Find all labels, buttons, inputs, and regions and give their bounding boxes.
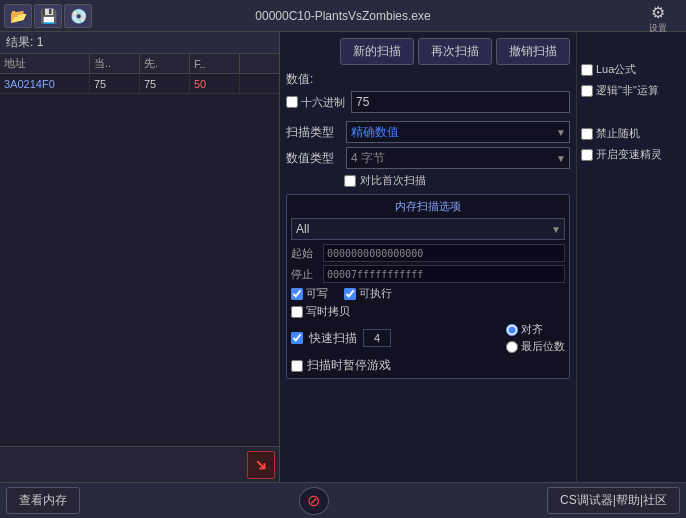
align-radio-row: 对齐 <box>506 322 565 337</box>
fast-scan-checkbox[interactable] <box>291 332 303 344</box>
stop-button[interactable]: ⊘ <box>299 487 329 515</box>
arrow-icon: ➜ <box>250 453 273 476</box>
main-content: 结果: 1 地址 当.. 先. F.. 3A0214F0 75 75 50 ➜ <box>0 32 686 482</box>
compare-row: 对比首次扫描 <box>280 173 576 188</box>
lua-label: Lua公式 <box>596 62 636 77</box>
fast-scan-label: 快速扫描 <box>309 330 357 347</box>
table-row[interactable]: 3A0214F0 75 75 50 <box>0 74 279 94</box>
stop-icon: ⊘ <box>307 491 320 510</box>
copy-on-write-row: 写时拷贝 <box>291 304 565 319</box>
writable-checkbox[interactable] <box>291 288 303 300</box>
value-type-select-wrapper: 4 字节 ▼ <box>346 147 570 169</box>
align-radio-group: 对齐 最后位数 <box>506 322 565 354</box>
mem-all-select[interactable]: All <box>291 218 565 240</box>
left-panel: 结果: 1 地址 当.. 先. F.. 3A0214F0 75 75 50 ➜ <box>0 32 280 482</box>
scan-buttons: 新的扫描 再次扫描 撤销扫描 <box>280 32 576 69</box>
wizard-row: 开启变速精灵 <box>581 147 682 162</box>
no-random-checkbox[interactable] <box>581 128 593 140</box>
mem-perms-row: 可写 可执行 <box>291 286 565 301</box>
settings-button[interactable]: ⚙ 设置 <box>634 3 682 35</box>
executable-label: 可执行 <box>359 286 392 301</box>
mem-select-arrow: ▼ <box>551 224 561 235</box>
cancel-scan-button[interactable]: 撤销扫描 <box>496 38 570 65</box>
new-scan-button[interactable]: 新的扫描 <box>340 38 414 65</box>
value-section: 数值: 十六进制 <box>280 69 576 121</box>
no-random-label: 禁止随机 <box>596 126 640 141</box>
lua-checkbox[interactable] <box>581 64 593 76</box>
hex-checkbox[interactable] <box>286 96 298 108</box>
value-type-select[interactable]: 4 字节 <box>346 147 570 169</box>
mem-start-row: 起始 <box>291 244 565 262</box>
fast-scan-input[interactable] <box>363 329 391 347</box>
fast-scan-row: 快速扫描 对齐 最后位数 <box>291 322 565 354</box>
mem-start-input[interactable] <box>323 244 565 262</box>
compare-first-checkbox[interactable] <box>344 175 356 187</box>
last-digit-label: 最后位数 <box>521 339 565 354</box>
hex-checkbox-row: 十六进制 <box>286 95 345 110</box>
no-random-row: 禁止随机 <box>581 126 682 141</box>
writable-row: 可写 <box>291 286 328 301</box>
view-memory-button[interactable]: 查看内存 <box>6 487 80 514</box>
col-header-first: F.. <box>190 54 240 73</box>
value-type-row: 数值类型 4 字节 ▼ <box>280 147 576 169</box>
open-button[interactable]: 📂 <box>4 4 32 28</box>
gear-icon: ⚙ <box>651 3 665 22</box>
right-panel: 新的扫描 再次扫描 撤销扫描 数值: 十六进制 <box>280 32 686 482</box>
col-header-address: 地址 <box>0 54 90 73</box>
window-title: 00000C10-PlantsVsZombies.exe <box>255 9 430 23</box>
cell-address: 3A0214F0 <box>0 74 90 93</box>
last-digit-radio-row: 最后位数 <box>506 339 565 354</box>
pause-scan-row: 扫描时暂停游戏 <box>291 357 565 374</box>
top-right-area: 新的扫描 再次扫描 撤销扫描 数值: 十六进制 <box>280 32 686 482</box>
table-header: 地址 当.. 先. F.. <box>0 54 279 74</box>
last-digit-radio[interactable] <box>506 341 518 353</box>
cow-checkbox[interactable] <box>291 306 303 318</box>
bottom-bar: 查看内存 ⊘ CS调试器|帮助|社区 <box>0 482 686 518</box>
value-label: 数值: <box>286 71 570 88</box>
compare-first-label: 对比首次扫描 <box>360 173 426 188</box>
scan-type-row: 扫描类型 精确数值 ▼ <box>280 121 576 143</box>
cell-first: 50 <box>190 74 240 93</box>
save-icon: 💾 <box>40 8 57 24</box>
save-button[interactable]: 💾 <box>34 4 62 28</box>
mem-stop-input[interactable] <box>323 265 565 283</box>
wizard-checkbox[interactable] <box>581 149 593 161</box>
scan-type-label: 扫描类型 <box>286 124 342 141</box>
memory-scan-title: 内存扫描选项 <box>291 199 565 214</box>
scan-type-select-wrapper: 精确数值 ▼ <box>346 121 570 143</box>
wizard-label: 开启变速精灵 <box>596 147 662 162</box>
lua-row: Lua公式 <box>581 62 682 77</box>
col-header-previous: 先. <box>140 54 190 73</box>
scan-options-col: 新的扫描 再次扫描 撤销扫描 数值: 十六进制 <box>280 32 576 482</box>
value-row: 十六进制 <box>286 91 570 113</box>
extra-options-col: Lua公式 逻辑"非"运算 禁止随机 开启变速精灵 <box>576 32 686 482</box>
title-bar: 📂 💾 💿 00000C10-PlantsVsZombies.exe ⚙ 设置 <box>0 0 686 32</box>
disk-button[interactable]: 💿 <box>64 4 92 28</box>
cell-current: 75 <box>90 74 140 93</box>
align-label: 对齐 <box>521 322 543 337</box>
col-header-current: 当.. <box>90 54 140 73</box>
results-count: 结果: 1 <box>6 34 43 51</box>
csp-button[interactable]: CS调试器|帮助|社区 <box>547 487 680 514</box>
settings-label: 设置 <box>649 22 667 35</box>
value-input[interactable] <box>351 91 570 113</box>
cow-row: 写时拷贝 <box>291 304 350 319</box>
mem-stop-label: 停止 <box>291 267 319 282</box>
not-checkbox[interactable] <box>581 85 593 97</box>
memory-scan-box: 内存扫描选项 All ▼ 起始 停止 <box>286 194 570 379</box>
arrow-button[interactable]: ➜ <box>247 451 275 479</box>
executable-row: 可执行 <box>344 286 392 301</box>
value-type-label: 数值类型 <box>286 150 342 167</box>
pause-scan-checkbox[interactable] <box>291 360 303 372</box>
pause-scan-label: 扫描时暂停游戏 <box>307 357 391 374</box>
align-radio[interactable] <box>506 324 518 336</box>
results-table[interactable]: 3A0214F0 75 75 50 <box>0 74 279 446</box>
cow-label: 写时拷贝 <box>306 304 350 319</box>
rescan-button[interactable]: 再次扫描 <box>418 38 492 65</box>
executable-checkbox[interactable] <box>344 288 356 300</box>
mem-select-wrapper: All ▼ <box>291 218 565 240</box>
scan-type-select[interactable]: 精确数值 <box>346 121 570 143</box>
cell-previous: 75 <box>140 74 190 93</box>
mem-stop-row: 停止 <box>291 265 565 283</box>
disk-icon: 💿 <box>70 8 87 24</box>
